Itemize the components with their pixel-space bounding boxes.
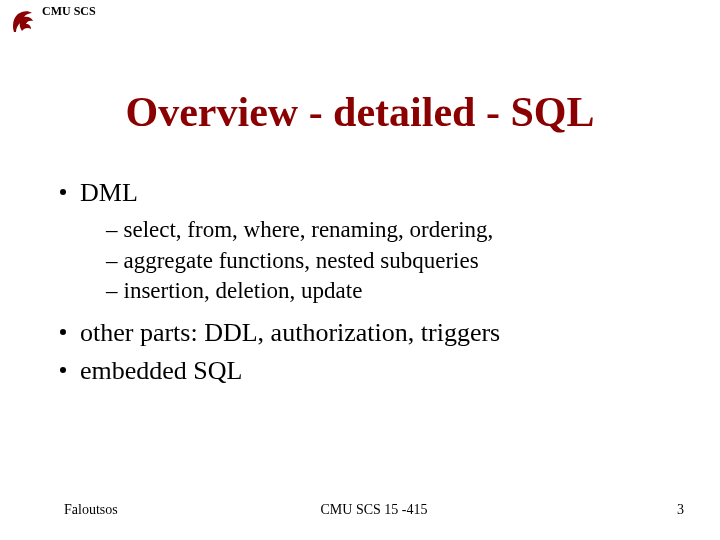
dash-icon: – (106, 276, 118, 306)
bullet-icon (60, 367, 66, 373)
bullet-text: other parts: DDL, authorization, trigger… (80, 316, 500, 349)
cmu-dragon-icon (10, 6, 36, 36)
slide-body: DML – select, from, where, renaming, ord… (60, 176, 680, 391)
sub-bullet-text: insertion, deletion, update (124, 276, 363, 306)
bullet-text: DML (80, 176, 138, 209)
slide-header: CMU SCS (10, 6, 96, 36)
footer-course: CMU SCS 15 -415 (64, 502, 684, 518)
footer-page-number: 3 (677, 502, 684, 518)
slide-title: Overview - detailed - SQL (0, 88, 720, 136)
bullet-icon (60, 329, 66, 335)
list-item: – insertion, deletion, update (106, 276, 680, 306)
slide-footer: Faloutsos CMU SCS 15 -415 3 (64, 502, 684, 518)
list-item: other parts: DDL, authorization, trigger… (60, 316, 680, 349)
sub-bullet-text: select, from, where, renaming, ordering, (124, 215, 494, 245)
footer-author: Faloutsos (64, 502, 118, 518)
list-item: – aggregate functions, nested subqueries (106, 246, 680, 276)
list-item: – select, from, where, renaming, orderin… (106, 215, 680, 245)
list-item: DML (60, 176, 680, 209)
header-org-label: CMU SCS (42, 4, 96, 19)
bullet-text: embedded SQL (80, 354, 242, 387)
dash-icon: – (106, 215, 118, 245)
sub-bullet-text: aggregate functions, nested subqueries (124, 246, 479, 276)
bullet-icon (60, 189, 66, 195)
sub-list: – select, from, where, renaming, orderin… (106, 215, 680, 306)
dash-icon: – (106, 246, 118, 276)
list-item: embedded SQL (60, 354, 680, 387)
